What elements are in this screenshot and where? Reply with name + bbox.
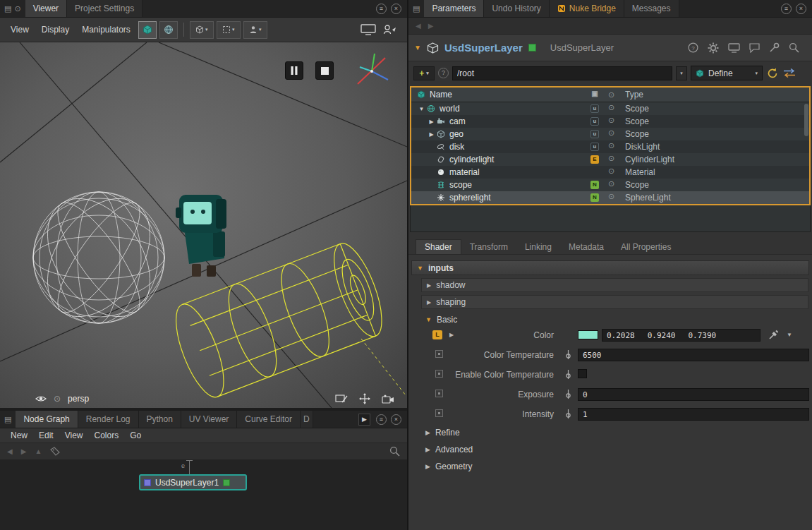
visibility-toggle-icon[interactable]: ⊙ bbox=[608, 192, 614, 201]
monitor-icon[interactable] bbox=[728, 43, 740, 53]
back-arrow-icon[interactable]: ◀ bbox=[7, 447, 13, 455]
collapse-triangle-icon[interactable]: ▼ bbox=[414, 44, 421, 52]
tab-viewer[interactable]: Viewer bbox=[25, 0, 67, 17]
scenegraph-row-geo[interactable]: ▶ geo u ⊙ Scope bbox=[411, 128, 809, 140]
menu-view[interactable]: View bbox=[60, 429, 88, 442]
monitor-icon[interactable] bbox=[360, 24, 376, 35]
path-help-icon[interactable]: ? bbox=[438, 68, 449, 78]
render-camera-icon[interactable] bbox=[382, 395, 394, 404]
visibility-toggle-icon[interactable]: ⊙ bbox=[608, 167, 614, 176]
pane-grid-icon[interactable]: ▤ bbox=[413, 4, 420, 13]
node-edit-flag-square[interactable] bbox=[223, 479, 230, 486]
pane-menu-button[interactable]: ≡ bbox=[781, 4, 792, 14]
visibility-toggle-icon[interactable]: ⊙ bbox=[608, 116, 614, 125]
param-state-icon[interactable] bbox=[566, 409, 571, 419]
pane-menu-button[interactable]: ≡ bbox=[376, 4, 387, 14]
path-dropdown-button[interactable]: ▾ bbox=[676, 66, 687, 80]
edit-state-column-icon[interactable]: ▣ bbox=[590, 90, 599, 98]
visibility-column-icon[interactable]: ⊙ bbox=[608, 90, 614, 100]
help-icon[interactable]: ? bbox=[688, 42, 698, 53]
pane-grid-icon[interactable]: ▤ bbox=[4, 4, 11, 13]
group-inputs[interactable]: ▼ inputs bbox=[411, 260, 809, 275]
manipulator-dropdown[interactable]: ▾ bbox=[243, 21, 267, 39]
scenegraph-row-disk[interactable]: disk u ⊙ DiskLight bbox=[411, 140, 809, 153]
scenegraph-row-cam[interactable]: ▶ cam u ⊙ Scope bbox=[411, 115, 809, 128]
visibility-toggle-icon[interactable]: ⊙ bbox=[608, 141, 614, 150]
shaded-mode-button[interactable] bbox=[138, 21, 157, 39]
group-advanced[interactable]: ▶ Advanced bbox=[425, 443, 812, 456]
visibility-toggle-icon[interactable]: ⊙ bbox=[608, 179, 614, 188]
tab-nuke-bridge[interactable]: Nuke Bridge bbox=[550, 0, 624, 17]
exposure-input[interactable] bbox=[578, 388, 809, 401]
bookmark-tag-icon[interactable] bbox=[50, 447, 60, 456]
expander-closed-icon[interactable]: ▶ bbox=[427, 131, 436, 138]
tab-transform[interactable]: Transform bbox=[461, 240, 516, 254]
tab-project-settings[interactable]: Project Settings bbox=[67, 0, 143, 17]
gear-icon[interactable] bbox=[708, 42, 719, 54]
tab-all-properties[interactable]: All Properties bbox=[612, 240, 679, 254]
visibility-toggle-icon[interactable]: ⊙ bbox=[608, 128, 614, 138]
group-shaping[interactable]: ▶ shaping bbox=[421, 295, 808, 309]
tab-curve-editor[interactable]: Curve Editor bbox=[237, 411, 301, 428]
tab-scroll-button[interactable]: ▶ bbox=[358, 414, 370, 426]
menu-display[interactable]: Display bbox=[35, 22, 75, 37]
enable-color-temperature-checkbox[interactable] bbox=[578, 369, 587, 378]
scenegraph-row-world[interactable]: ▼ world u ⊙ Scope bbox=[411, 102, 809, 115]
group-shadow[interactable]: ▶ shadow bbox=[421, 278, 808, 292]
search-icon[interactable] bbox=[789, 42, 799, 53]
camera-lock-icon[interactable]: ⊙ bbox=[54, 394, 61, 404]
pan-move-icon[interactable] bbox=[359, 393, 370, 404]
menu-colors[interactable]: Colors bbox=[90, 429, 124, 442]
selection-mode-dropdown[interactable]: ▾ bbox=[217, 21, 241, 39]
visibility-toggle-icon[interactable]: ⊙ bbox=[608, 103, 614, 112]
tab-overflow[interactable]: D bbox=[301, 411, 313, 428]
pane-close-button[interactable]: × bbox=[796, 4, 806, 14]
camera-name-label[interactable]: persp bbox=[68, 394, 89, 404]
pause-button[interactable] bbox=[285, 61, 303, 80]
visibility-toggle-icon[interactable]: ⊙ bbox=[608, 154, 614, 163]
menu-view[interactable]: View bbox=[4, 22, 35, 37]
chevron-down-icon[interactable]: ▼ bbox=[787, 332, 792, 338]
swap-arrows-icon[interactable] bbox=[782, 68, 796, 78]
forward-arrow-icon[interactable]: ▶ bbox=[428, 22, 434, 30]
3d-viewport[interactable]: ⊙ persp bbox=[0, 42, 407, 408]
stop-button[interactable] bbox=[315, 61, 334, 80]
tab-messages[interactable]: Messages bbox=[624, 0, 679, 17]
group-geometry[interactable]: ▶ Geometry bbox=[425, 460, 812, 473]
color-swatch[interactable] bbox=[578, 330, 598, 339]
render-compare-icon[interactable] bbox=[335, 394, 348, 404]
menu-manipulators[interactable]: Manipulators bbox=[75, 22, 137, 37]
menu-edit[interactable]: Edit bbox=[34, 429, 59, 442]
tab-uv-viewer[interactable]: UV Viewer bbox=[181, 411, 237, 428]
eye-icon[interactable] bbox=[35, 395, 47, 403]
up-arrow-icon[interactable]: ▲ bbox=[35, 447, 42, 455]
pane-close-button[interactable]: × bbox=[391, 414, 401, 425]
scenegraph-row-material[interactable]: material ⊙ Material bbox=[411, 166, 809, 179]
group-basic[interactable]: ▼ Basic bbox=[425, 313, 812, 326]
tab-node-graph[interactable]: Node Graph bbox=[16, 411, 78, 428]
tab-python[interactable]: Python bbox=[139, 411, 181, 428]
snapshot-person-icon[interactable] bbox=[383, 24, 397, 35]
chat-bubble-icon[interactable] bbox=[749, 43, 760, 53]
tab-render-log[interactable]: Render Log bbox=[78, 411, 139, 428]
search-icon[interactable] bbox=[389, 446, 400, 457]
color-temperature-input[interactable] bbox=[578, 349, 809, 361]
refresh-icon[interactable] bbox=[766, 67, 779, 80]
specifier-dropdown[interactable]: Define ▾ bbox=[691, 66, 763, 80]
color-values-field[interactable]: 0.2028 0.9240 0.7390 bbox=[602, 329, 761, 342]
scenegraph-row-spherelight[interactable]: spherelight N ⊙ SphereLight bbox=[411, 191, 809, 204]
menu-new[interactable]: New bbox=[6, 429, 32, 442]
geometry-mode-dropdown[interactable]: ▾ bbox=[190, 21, 214, 39]
scenegraph-row-scope[interactable]: scope N ⊙ Scope bbox=[411, 179, 809, 191]
globe-button[interactable] bbox=[159, 21, 178, 39]
pane-grid-icon[interactable]: ▤ bbox=[4, 415, 11, 424]
eyedropper-icon[interactable] bbox=[768, 330, 779, 340]
intensity-input[interactable] bbox=[578, 408, 809, 421]
pane-close-button[interactable]: × bbox=[391, 4, 401, 14]
param-state-icon[interactable] bbox=[566, 389, 571, 399]
param-state-icon[interactable] bbox=[566, 369, 571, 380]
node-edit-flag-square[interactable] bbox=[528, 44, 536, 52]
scenegraph-scrollbar[interactable] bbox=[804, 104, 808, 136]
tab-parameters[interactable]: Parameters bbox=[424, 0, 484, 17]
axis-gizmo[interactable] bbox=[351, 51, 392, 92]
